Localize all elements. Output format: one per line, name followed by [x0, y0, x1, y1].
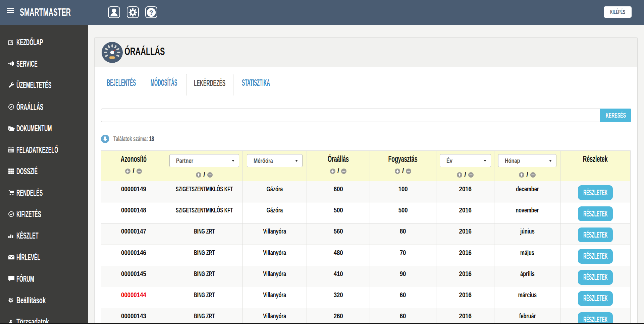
- svg-text:?: ?: [149, 9, 153, 16]
